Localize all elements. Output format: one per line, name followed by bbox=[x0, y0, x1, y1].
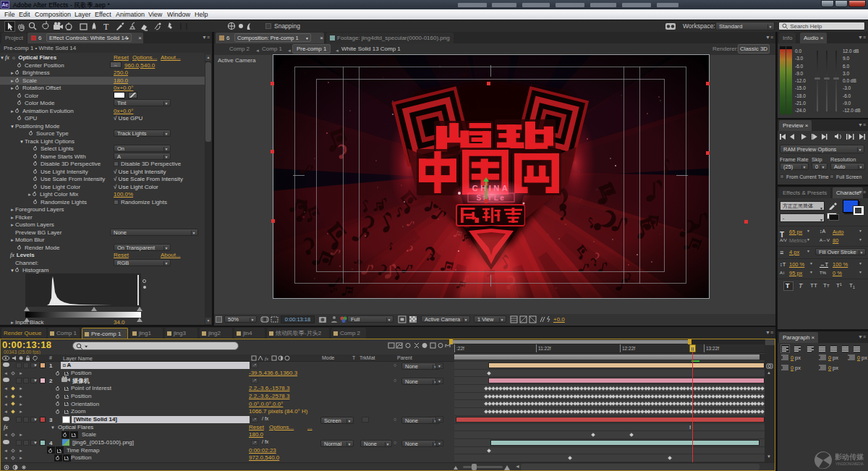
svg-text:fx: fx bbox=[265, 356, 269, 361]
svg-text:T: T bbox=[103, 22, 109, 32]
